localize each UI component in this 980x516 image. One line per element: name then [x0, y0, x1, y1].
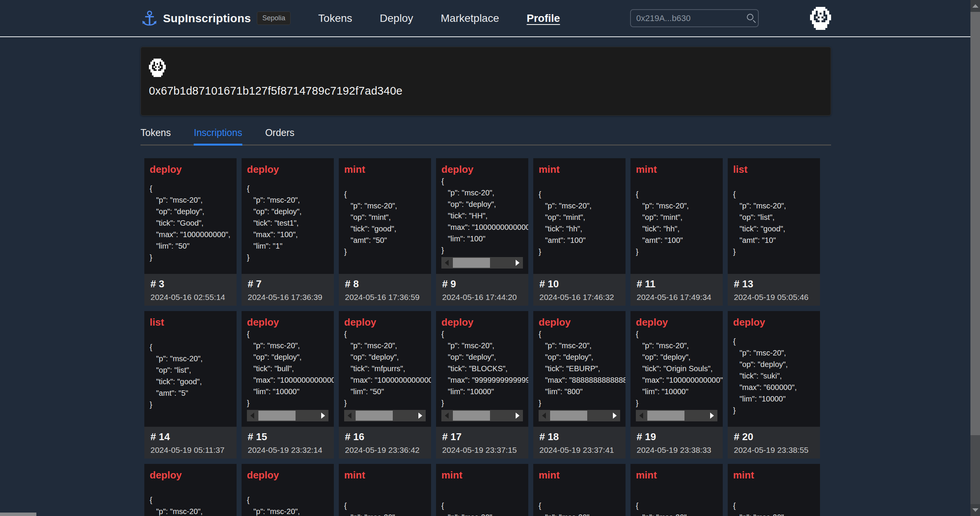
scrollbar-track[interactable]	[452, 257, 512, 269]
inscription-card[interactable]: deploy { "p": "msc-20", "op": "deploy", …	[436, 158, 528, 306]
inscription-type-label: deploy	[344, 316, 431, 328]
inscription-json: { "p": "msc-20", "op": "deploy", "tick":…	[247, 183, 334, 263]
scroll-left-arrow-icon[interactable]	[441, 410, 452, 421]
profile-address: 0x67b1d87101671b127f5f8714789c7192f7ad34…	[149, 85, 831, 97]
nav-item-profile[interactable]: Profile	[527, 12, 560, 25]
scroll-left-arrow-icon[interactable]	[636, 410, 647, 421]
inscription-card-footer: # 10 2024-05-16 17:46:32	[533, 274, 626, 306]
inscription-card[interactable]: mint { "p": "msc-20",	[728, 464, 820, 516]
card-horizontal-scrollbar[interactable]	[344, 410, 426, 421]
scroll-up-arrow-icon[interactable]	[970, 0, 980, 12]
inscription-card[interactable]: deploy { "p": "msc-20", "op": "deploy", …	[630, 311, 723, 459]
inscription-number: # 7	[248, 278, 328, 290]
scroll-left-arrow-icon[interactable]	[441, 257, 452, 269]
inscription-card[interactable]: deploy { "p": "msc-20", "op": "deploy", …	[242, 311, 334, 459]
scrollbar-track[interactable]	[549, 410, 609, 421]
tab-inscriptions[interactable]: Inscriptions	[194, 127, 242, 144]
tab-orders[interactable]: Orders	[265, 127, 294, 144]
inscription-card[interactable]: deploy { "p": "msc-20", "op": "deploy", …	[728, 311, 820, 459]
inscription-number: # 20	[734, 431, 814, 443]
vertical-scrollbar-thumb[interactable]	[970, 12, 980, 435]
scrollbar-track[interactable]	[647, 410, 707, 421]
inscription-type-label: list	[733, 164, 820, 175]
inscription-card[interactable]: mint { "p": "msc-20", "op": "mint", "tic…	[533, 158, 626, 306]
scrollbar-thumb[interactable]	[453, 258, 490, 268]
scrollbar-thumb[interactable]	[453, 411, 490, 421]
scroll-down-arrow-icon[interactable]	[970, 504, 980, 516]
inscription-json: { "p": "msc-20", "op": "deploy", "tick":…	[539, 328, 626, 408]
inscription-card[interactable]: deploy { "p": "msc-20", "op": "deploy", …	[242, 158, 334, 306]
scroll-right-arrow-icon[interactable]	[415, 410, 426, 421]
inscription-card[interactable]: deploy { "p": "msc-20",	[144, 464, 237, 516]
inscription-card[interactable]: deploy { "p": "msc-20", "op": "deploy", …	[339, 311, 431, 459]
inscription-card[interactable]: mint { "p": "msc-20", "op": "mint", "tic…	[630, 158, 723, 306]
scrollbar-track[interactable]	[355, 410, 415, 421]
brand[interactable]: ⚓ SupInscriptions Sepolia	[140, 8, 291, 28]
scroll-right-arrow-icon[interactable]	[609, 410, 620, 421]
scrollbar-thumb[interactable]	[258, 411, 296, 421]
inscription-card[interactable]: list { "p": "msc-20", "op": "list", "tic…	[144, 311, 237, 459]
scroll-left-arrow-icon[interactable]	[247, 410, 258, 421]
inscription-type-label: mint	[344, 469, 431, 481]
inscription-card[interactable]: mint { "p": "msc-20", "op": "mint", "tic…	[339, 158, 431, 306]
inscription-card[interactable]: deploy { "p": "msc-20", "op": "deploy", …	[533, 311, 626, 459]
tab-tokens[interactable]: Tokens	[140, 127, 171, 144]
card-horizontal-scrollbar[interactable]	[636, 410, 717, 421]
inscription-type-label: mint	[539, 469, 626, 481]
header-avatar[interactable]	[810, 7, 831, 30]
inscription-card-body: deploy { "p": "msc-20", "op": "deploy", …	[144, 158, 237, 274]
search-icon[interactable]	[746, 13, 756, 23]
scrollbar-thumb[interactable]	[356, 411, 393, 421]
page-vertical-scrollbar[interactable]	[970, 0, 980, 516]
inscriptions-grid: deploy { "p": "msc-20", "op": "deploy", …	[144, 158, 831, 516]
card-horizontal-scrollbar[interactable]	[441, 257, 523, 269]
scroll-right-arrow-icon[interactable]	[318, 410, 328, 421]
inscription-card[interactable]: mint { "p": "msc-20",	[630, 464, 723, 516]
scroll-left-arrow-icon[interactable]	[539, 410, 549, 421]
inscription-card-body: deploy { "p": "msc-20", "op": "deploy", …	[242, 158, 334, 274]
inscription-card-footer: # 7 2024-05-16 17:36:39	[242, 274, 334, 306]
inscription-card[interactable]: deploy { "p": "msc-20",	[242, 464, 334, 516]
scroll-left-arrow-icon[interactable]	[344, 410, 355, 421]
inscription-number: # 9	[442, 278, 522, 290]
inscription-json: { "p": "msc-20", "op": "deploy", "tick":…	[150, 183, 237, 263]
nav-item-tokens[interactable]: Tokens	[318, 12, 352, 25]
inscription-card-body: deploy { "p": "msc-20", "op": "deploy", …	[436, 158, 528, 274]
inscription-card-body: deploy { "p": "msc-20", "op": "deploy", …	[339, 311, 431, 427]
scroll-right-arrow-icon[interactable]	[512, 257, 523, 269]
nav-item-marketplace[interactable]: Marketplace	[441, 12, 499, 25]
inscription-card[interactable]: mint { "p": "msc-20",	[436, 464, 528, 516]
card-horizontal-scrollbar[interactable]	[539, 410, 620, 421]
scrollbar-track[interactable]	[452, 410, 512, 421]
page-horizontal-scrollbar-thumb[interactable]	[0, 513, 36, 516]
inscription-json: { "p": "msc-20",	[733, 500, 820, 516]
card-horizontal-scrollbar[interactable]	[247, 410, 328, 421]
inscription-card-body: mint { "p": "msc-20",	[728, 464, 820, 516]
scrollbar-track[interactable]	[258, 410, 318, 421]
inscription-card[interactable]: mint { "p": "msc-20",	[533, 464, 626, 516]
inscription-card-footer: # 15 2024-05-19 23:32:14	[242, 427, 334, 459]
card-horizontal-scrollbar[interactable]	[441, 410, 523, 421]
inscription-card-footer: # 18 2024-05-19 23:37:41	[533, 427, 626, 459]
inscription-card[interactable]: list { "p": "msc-20", "op": "list", "tic…	[728, 158, 820, 306]
inscription-card[interactable]: deploy { "p": "msc-20", "op": "deploy", …	[436, 311, 528, 459]
scroll-right-arrow-icon[interactable]	[512, 410, 523, 421]
inscription-type-label: list	[150, 316, 237, 328]
inscription-card-body: mint { "p": "msc-20", "op": "mint", "tic…	[533, 158, 626, 274]
network-badge: Sepolia	[257, 11, 291, 25]
inscription-type-label: mint	[344, 164, 431, 175]
inscription-json: { "p": "msc-20",	[441, 500, 528, 516]
inscription-json: { "p": "msc-20", "op": "list", "tick": "…	[733, 188, 820, 257]
nav-item-deploy[interactable]: Deploy	[380, 12, 413, 25]
inscription-card-footer: # 9 2024-05-16 17:44:20	[436, 274, 528, 306]
inscription-card-footer: # 19 2024-05-19 23:38:33	[630, 427, 723, 459]
inscription-card[interactable]: deploy { "p": "msc-20", "op": "deploy", …	[144, 158, 237, 306]
inscription-timestamp: 2024-05-19 05:11:37	[150, 446, 230, 455]
scrollbar-thumb[interactable]	[647, 411, 684, 421]
inscription-card[interactable]: mint { "p": "msc-20",	[339, 464, 431, 516]
inscription-type-label: deploy	[150, 469, 237, 481]
scroll-right-arrow-icon[interactable]	[707, 410, 717, 421]
inscription-json: { "p": "msc-20", "op": "mint", "tick": "…	[636, 188, 723, 257]
search-input[interactable]	[636, 13, 746, 23]
scrollbar-thumb[interactable]	[550, 411, 587, 421]
